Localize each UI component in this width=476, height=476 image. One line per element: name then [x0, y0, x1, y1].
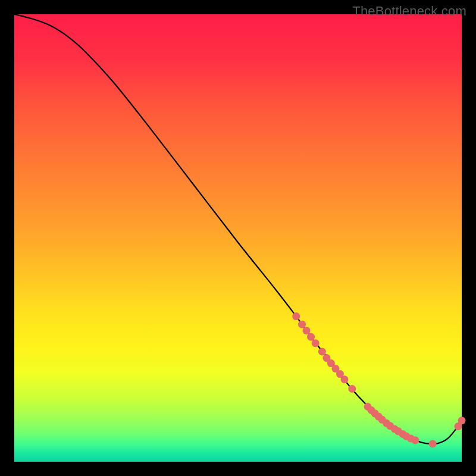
scatter-point — [340, 375, 348, 383]
scatter-point — [298, 321, 306, 328]
plot-background — [14, 14, 462, 462]
scatter-point — [312, 339, 320, 347]
watermark-text: TheBottleneck.com — [352, 4, 466, 19]
scatter-point — [458, 416, 466, 424]
chart-stage: TheBottleneck.com — [0, 0, 476, 476]
scatter-point — [348, 385, 356, 393]
scatter-point — [411, 436, 419, 444]
scatter-point — [292, 312, 300, 320]
scatter-point — [429, 440, 437, 447]
scatter-point — [303, 327, 311, 334]
scatter-point — [307, 333, 315, 341]
scatter-point — [318, 348, 326, 356]
chart-canvas — [0, 0, 476, 476]
